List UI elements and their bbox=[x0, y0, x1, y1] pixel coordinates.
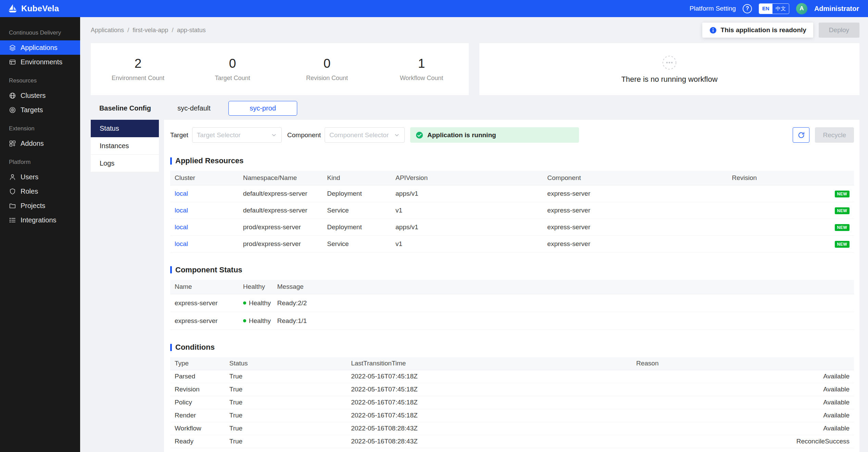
environments-icon bbox=[9, 59, 16, 66]
stat-label: Target Count bbox=[215, 75, 250, 82]
cell-status: True bbox=[225, 422, 347, 435]
stats-card: 2 Environment Count 0 Target Count 0 Rev… bbox=[91, 43, 469, 95]
tab-baseline-config[interactable]: Baseline Config bbox=[91, 101, 160, 116]
table-header-row: Cluster Namespace/Name Kind APIVersion C… bbox=[170, 171, 854, 185]
target-selector[interactable]: Target Selector bbox=[192, 127, 282, 143]
cell-namespace-name: default/express-server bbox=[239, 185, 323, 202]
stat-value: 0 bbox=[229, 56, 236, 71]
cluster-link[interactable]: local bbox=[175, 223, 188, 231]
subnav-item-status[interactable]: Status bbox=[91, 120, 159, 137]
status-subnav: Status Instances Logs bbox=[91, 120, 159, 172]
healthy-dot-icon bbox=[243, 301, 246, 305]
table-row: local prod/express-server Service v1 exp… bbox=[170, 235, 854, 252]
section-accent-bar bbox=[170, 157, 172, 165]
deploy-button[interactable]: Deploy bbox=[819, 23, 859, 38]
component-selector-placeholder: Component Selector bbox=[329, 131, 389, 139]
sidebar-item-projects[interactable]: Projects bbox=[0, 198, 80, 213]
table-header-row: Type Status LastTransitionTime Reason bbox=[170, 357, 854, 370]
clusters-icon bbox=[9, 92, 16, 99]
sidebar-item-label: Applications bbox=[21, 44, 58, 52]
cell-reason: Available bbox=[632, 370, 854, 383]
sidebar-item-label: Users bbox=[21, 173, 38, 181]
column-header-apiversion: APIVersion bbox=[391, 171, 543, 185]
nav-section-platform: Platform bbox=[0, 151, 80, 170]
component-selector[interactable]: Component Selector bbox=[325, 127, 405, 143]
recycle-button[interactable]: Recycle bbox=[815, 127, 854, 143]
sidebar-item-roles[interactable]: Roles bbox=[0, 184, 80, 198]
users-icon bbox=[9, 173, 16, 181]
sidebar-item-targets[interactable]: Targets bbox=[0, 103, 80, 117]
subnav-item-instances[interactable]: Instances bbox=[91, 137, 159, 155]
nav-section-extension: Extension bbox=[0, 117, 80, 136]
cell-name: express-server bbox=[170, 312, 239, 330]
table-row: local default/express-server Deployment … bbox=[170, 185, 854, 202]
section-accent-bar bbox=[170, 344, 172, 351]
component-status-section: Component Status Name Healthy Message bbox=[170, 266, 854, 330]
sidebar-item-integrations[interactable]: Integrations bbox=[0, 213, 80, 227]
cell-component: express-server bbox=[543, 202, 727, 219]
sidebar-item-applications[interactable]: Applications bbox=[0, 40, 80, 55]
workflow-card: There is no running workflow bbox=[479, 43, 859, 95]
cluster-link[interactable]: local bbox=[175, 207, 188, 214]
stat-workflow-count: 1 Workflow Count bbox=[374, 56, 469, 82]
cell-kind: Service bbox=[323, 235, 391, 252]
refresh-button[interactable] bbox=[793, 127, 809, 143]
main-content: Applications / first-vela-app / app-stat… bbox=[80, 17, 868, 452]
sidebar-item-addons[interactable]: Addons bbox=[0, 136, 80, 151]
cell-time: 2022-05-16T07:45:18Z bbox=[347, 396, 632, 409]
sidebar-item-label: Environments bbox=[21, 58, 62, 66]
targets-icon bbox=[9, 106, 16, 114]
empty-workflow-message: There is no running workflow bbox=[621, 75, 717, 84]
subnav-item-logs[interactable]: Logs bbox=[91, 155, 159, 172]
platform-setting-link[interactable]: Platform Setting bbox=[690, 5, 736, 12]
sidebar-item-users[interactable]: Users bbox=[0, 170, 80, 184]
cell-time: 2022-05-16T08:28:43Z bbox=[347, 422, 632, 435]
top-header: KubeVela Platform Setting ? EN 中文 A Admi… bbox=[0, 0, 868, 17]
table-row: local prod/express-server Deployment app… bbox=[170, 219, 854, 235]
lang-en-button[interactable]: EN bbox=[759, 4, 772, 14]
lang-zh-button[interactable]: 中文 bbox=[772, 4, 789, 14]
cell-name: express-server bbox=[170, 294, 239, 312]
conditions-section: Conditions Type Status LastTransitionTim… bbox=[170, 343, 854, 448]
target-selector-placeholder: Target Selector bbox=[197, 131, 241, 139]
table-row: Ready True 2022-05-16T08:28:43Z Reconcil… bbox=[170, 435, 854, 448]
sidebar-item-clusters[interactable]: Clusters bbox=[0, 88, 80, 103]
cell-type: Parsed bbox=[170, 370, 225, 383]
table-header-row: Name Healthy Message bbox=[170, 280, 854, 294]
user-avatar[interactable]: A bbox=[796, 3, 807, 14]
column-header-status: Status bbox=[225, 357, 347, 370]
cell-component: express-server bbox=[543, 235, 727, 252]
sidebar-item-label: Targets bbox=[21, 106, 43, 114]
stat-target-count: 0 Target Count bbox=[185, 56, 280, 82]
column-header-namespace-name: Namespace/Name bbox=[239, 171, 323, 185]
cell-namespace-name: default/express-server bbox=[239, 202, 323, 219]
sidebar-item-environments[interactable]: Environments bbox=[0, 55, 80, 69]
cluster-link[interactable]: local bbox=[175, 190, 188, 197]
cell-type: Workflow bbox=[170, 422, 225, 435]
breadcrumb-app-name[interactable]: first-vela-app bbox=[133, 27, 168, 34]
cell-message: Ready:1/1 bbox=[273, 312, 854, 330]
nav-section-continuous-delivery: Continuous Delivery bbox=[0, 21, 80, 40]
username[interactable]: Administrator bbox=[814, 5, 859, 13]
cluster-link[interactable]: local bbox=[175, 240, 188, 247]
column-header-healthy: Healthy bbox=[239, 280, 273, 294]
stat-environment-count: 2 Environment Count bbox=[91, 56, 185, 82]
new-badge: NEW bbox=[835, 191, 850, 197]
component-status-table: Name Healthy Message express-server bbox=[170, 280, 854, 330]
conditions-title: Conditions bbox=[175, 343, 215, 352]
applied-resources-title: Applied Resources bbox=[175, 156, 243, 165]
table-row: Workflow True 2022-05-16T08:28:43Z Avail… bbox=[170, 422, 854, 435]
help-icon[interactable]: ? bbox=[743, 4, 752, 13]
tab-syc-default[interactable]: syc-default bbox=[160, 101, 228, 116]
cell-status: True bbox=[225, 370, 347, 383]
cell-reason: Available bbox=[632, 409, 854, 422]
cell-component: express-server bbox=[543, 185, 727, 202]
cell-status: True bbox=[225, 383, 347, 396]
breadcrumb: Applications / first-vela-app / app-stat… bbox=[91, 26, 206, 34]
cell-kind: Service bbox=[323, 202, 391, 219]
cell-namespace-name: prod/express-server bbox=[239, 219, 323, 235]
integrations-icon bbox=[9, 217, 16, 224]
breadcrumb-applications[interactable]: Applications bbox=[91, 27, 124, 34]
tab-syc-prod[interactable]: syc-prod bbox=[228, 101, 297, 116]
cell-component: express-server bbox=[543, 219, 727, 235]
